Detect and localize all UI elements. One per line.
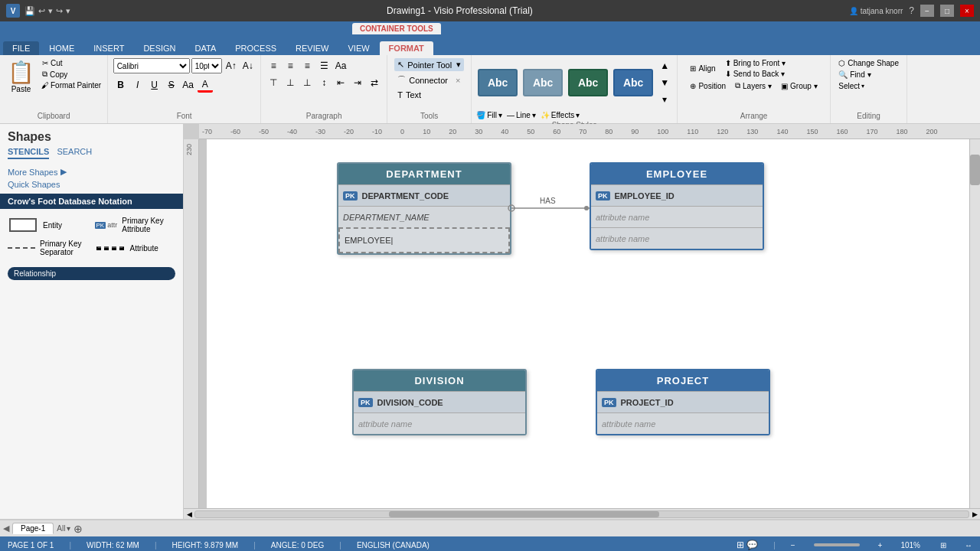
project-table[interactable]: PROJECT PK PROJECT_ID attribute name [596, 369, 770, 435]
canvas-white-area[interactable]: DEPARTMENT PK DEPARTMENT_CODE DEPARTMENT… [207, 139, 980, 508]
search-tab[interactable]: SEARCH [57, 147, 92, 159]
strikethrough-btn[interactable]: S [164, 77, 179, 93]
format-painter-button[interactable]: 🖌 Format Painter [40, 80, 103, 90]
font-color-btn[interactable]: A [198, 77, 213, 93]
department-row-emp[interactable]: EMPLOYEE| [338, 227, 510, 253]
employee-row-attr1[interactable]: attribute name [591, 206, 763, 227]
zoom-out-btn[interactable]: − [791, 541, 795, 549]
save-icon[interactable]: 💾 [24, 6, 35, 16]
undo-dropdown[interactable]: ▾ [48, 6, 53, 16]
department-row-pk[interactable]: PK DEPARTMENT_CODE [338, 184, 510, 206]
valign-top-btn[interactable]: ⊤ [266, 75, 281, 90]
pointer-dropdown[interactable]: ▾ [456, 60, 461, 70]
tab-review[interactable]: REVIEW [286, 41, 338, 55]
tab-insert[interactable]: INSERT [84, 41, 133, 55]
select-btn[interactable]: Select ▾ [836, 81, 867, 91]
paste-button[interactable]: 📋 Paste [5, 58, 38, 95]
employee-table[interactable]: EMPLOYEE PK EMPLOYEE_ID attribute name a… [590, 162, 764, 250]
align-center-btn[interactable]: ≡ [283, 58, 298, 73]
font-size-label[interactable]: Aa [181, 77, 196, 93]
hscroll-track[interactable] [194, 510, 969, 518]
shape-style-2[interactable]: Abc [523, 69, 563, 96]
pk-attr-shape[interactable]: PK attr Primary Key Attribute [95, 217, 176, 233]
line-space-btn[interactable]: ↕ [316, 75, 332, 90]
increase-font-btn[interactable]: A↑ [224, 58, 239, 73]
valign-mid-btn[interactable]: ⊥ [283, 75, 298, 90]
italic-btn[interactable]: I [130, 77, 145, 93]
indent-inc-btn[interactable]: ⇥ [350, 75, 365, 90]
zoom-in-btn[interactable]: + [878, 541, 883, 549]
status-icons[interactable]: ⊞ 💬 [737, 540, 758, 550]
indent-btn[interactable]: Aa [333, 58, 348, 73]
tab-home[interactable]: HOME [40, 41, 83, 55]
connector-tool-btn[interactable]: ⌒ Connector × [394, 73, 463, 87]
stencils-tab[interactable]: STENCILS [8, 147, 49, 159]
quick-access[interactable]: 💾 ↩ ▾ ↪ ▾ [24, 6, 70, 16]
employee-row-pk[interactable]: PK EMPLOYEE_ID [591, 184, 763, 206]
division-entity[interactable]: DIVISION PK DIVISION_CODE attribute name [352, 369, 527, 435]
hscroll-left-btn[interactable]: ◀ [184, 509, 194, 520]
pointer-tool-btn[interactable]: ↖ Pointer Tool ▾ [394, 58, 464, 71]
tab-file[interactable]: FILE [3, 41, 39, 55]
add-page-btn[interactable]: ⊕ [74, 523, 83, 535]
find-btn[interactable]: 🔍 Find ▾ [836, 70, 873, 80]
align-right-btn[interactable]: ≡ [299, 58, 315, 73]
style-scroll-up[interactable]: ▲ [657, 58, 672, 73]
align-btn[interactable]: ⊞ Align [688, 58, 717, 79]
project-row-pk[interactable]: PK PROJECT_ID [597, 391, 769, 412]
connector-close-btn[interactable]: × [456, 76, 460, 85]
department-entity[interactable]: DEPARTMENT PK DEPARTMENT_CODE DEPARTMENT… [337, 162, 511, 255]
division-table[interactable]: DIVISION PK DIVISION_CODE attribute name [352, 369, 527, 435]
tab-format[interactable]: FORMAT [380, 41, 433, 55]
tab-design[interactable]: DESIGN [134, 41, 185, 55]
cut-button[interactable]: ✂ Cut [40, 58, 103, 68]
division-row-pk[interactable]: PK DIVISION_CODE [354, 391, 525, 412]
indent-dec-btn[interactable]: ⇤ [333, 75, 348, 90]
change-shape-btn[interactable]: ⬡ Change Shape [836, 58, 901, 68]
tab-view[interactable]: VIEW [338, 41, 378, 55]
hscroll-right-btn[interactable]: ▶ [969, 509, 980, 520]
bring-to-front-btn[interactable]: ⬆ Bring to Front ▾ [723, 58, 789, 68]
employee-header[interactable]: EMPLOYEE [591, 164, 763, 184]
pk-sep-shape[interactable]: Primary Key Separator [8, 240, 89, 256]
tab-data[interactable]: DATA [186, 41, 226, 55]
quick-shapes-link[interactable]: Quick Shapes [0, 178, 183, 191]
font-family-select[interactable]: Calibri [113, 58, 190, 73]
shape-style-4[interactable]: Abc [613, 69, 653, 96]
entity-shape[interactable]: Entity [8, 217, 89, 233]
division-header[interactable]: DIVISION [354, 370, 525, 391]
scroll-left-tab-btn[interactable]: ◀ [3, 523, 9, 533]
all-pages-btn[interactable]: All ▾ [57, 524, 70, 533]
style-scroll-dn[interactable]: ▼ [657, 75, 672, 90]
copy-button[interactable]: ⧉ Copy [40, 69, 103, 80]
underline-btn[interactable]: U [147, 77, 162, 93]
effects-btn[interactable]: ✨ Effects ▾ [541, 111, 580, 119]
fit-width-btn[interactable]: ↔ [965, 541, 972, 549]
font-size-select[interactable]: 10pt [191, 58, 222, 73]
align-left-btn[interactable]: ≡ [266, 58, 281, 73]
project-header[interactable]: PROJECT [597, 370, 769, 391]
valign-bot-btn[interactable]: ⊥ [299, 75, 315, 90]
department-header[interactable]: DEPARTMENT [338, 164, 510, 184]
decrease-font-btn[interactable]: A↓ [240, 58, 256, 73]
division-row-attr[interactable]: attribute name [354, 412, 525, 434]
attr-shape[interactable]: Attribute [95, 240, 176, 256]
send-to-back-btn[interactable]: ⬇ Send to Back ▾ [723, 69, 789, 79]
more-shapes-link[interactable]: More Shapes ▶ [0, 165, 183, 178]
canvas[interactable]: DEPARTMENT PK DEPARTMENT_CODE DEPARTMENT… [199, 139, 980, 508]
minimize-btn[interactable]: − [920, 5, 934, 17]
style-more[interactable]: ▾ [657, 92, 672, 107]
page-tab-1[interactable]: Page-1 [12, 523, 54, 534]
shape-style-1[interactable]: Abc [478, 69, 518, 96]
bullets-btn[interactable]: ☰ [316, 58, 332, 73]
help-icon[interactable]: ? [909, 5, 914, 16]
redo-icon[interactable]: ↪ [56, 6, 63, 16]
relationship-shape[interactable]: Relationship [8, 267, 175, 280]
tab-process[interactable]: PROCESS [226, 41, 286, 55]
position-btn[interactable]: ⊕ Position [688, 80, 728, 91]
department-table[interactable]: DEPARTMENT PK DEPARTMENT_CODE DEPARTMENT… [337, 162, 511, 255]
vscroll-thumb[interactable] [970, 155, 980, 185]
employee-entity[interactable]: EMPLOYEE PK EMPLOYEE_ID attribute name a… [590, 162, 764, 250]
undo-icon[interactable]: ↩ [38, 6, 45, 16]
line-btn[interactable]: — Line ▾ [507, 111, 536, 119]
